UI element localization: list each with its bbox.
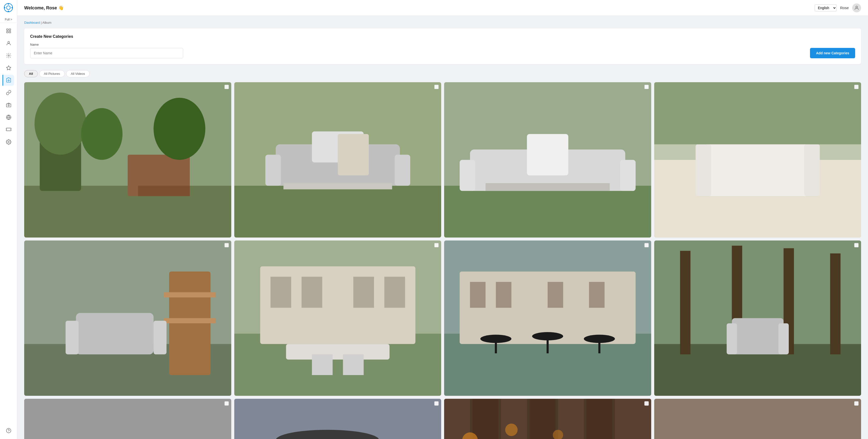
sidebar: Full > xyxy=(0,0,17,439)
form-row: Add new Categories xyxy=(30,48,855,58)
sidebar-item-help[interactable] xyxy=(3,425,14,436)
sidebar-item-link[interactable] xyxy=(3,87,14,98)
create-categories-card: Create New Categories Name Add new Categ… xyxy=(24,28,861,64)
photo-item[interactable] xyxy=(24,399,231,439)
svg-point-27 xyxy=(154,98,206,160)
photo-checkbox[interactable] xyxy=(224,243,229,247)
svg-point-0 xyxy=(4,3,12,12)
svg-rect-42 xyxy=(527,134,568,176)
svg-rect-110 xyxy=(472,399,498,439)
svg-rect-76 xyxy=(495,338,497,353)
svg-rect-49 xyxy=(654,82,861,145)
breadcrumb: Dashboard | Album xyxy=(24,21,861,25)
sidebar-item-dashboard[interactable] xyxy=(3,25,14,36)
photo-checkbox[interactable] xyxy=(854,401,859,406)
svg-rect-35 xyxy=(283,183,392,189)
sidebar-item-user[interactable] xyxy=(3,38,14,49)
sidebar-item-settings[interactable] xyxy=(3,136,14,148)
svg-point-122 xyxy=(505,424,518,436)
photo-checkbox[interactable] xyxy=(224,85,229,89)
svg-rect-67 xyxy=(343,354,364,375)
photo-checkbox[interactable] xyxy=(434,243,439,247)
svg-point-4 xyxy=(4,7,5,8)
sidebar-item-settings2[interactable] xyxy=(3,50,14,61)
svg-marker-12 xyxy=(6,66,11,70)
svg-point-24 xyxy=(35,93,86,155)
sidebar-toggle[interactable]: Full > xyxy=(0,17,17,23)
app-logo[interactable] xyxy=(4,3,13,13)
svg-rect-52 xyxy=(169,272,211,375)
svg-point-10 xyxy=(8,41,9,43)
sidebar-item-camera2[interactable] xyxy=(3,99,14,111)
filter-tabs: All All Pictures All Videos xyxy=(24,70,861,77)
svg-rect-47 xyxy=(695,145,711,196)
svg-rect-56 xyxy=(66,321,79,354)
language-selector[interactable]: English Dutch German xyxy=(815,4,837,11)
svg-rect-57 xyxy=(154,321,166,354)
content-area: Dashboard | Album Create New Categories … xyxy=(17,16,868,439)
svg-point-5 xyxy=(11,7,13,8)
svg-rect-28 xyxy=(138,186,190,196)
add-categories-button[interactable]: Add new Categories xyxy=(810,48,855,58)
photo-item[interactable] xyxy=(444,241,651,396)
svg-rect-124 xyxy=(654,399,861,439)
photo-item[interactable] xyxy=(444,399,651,439)
svg-rect-9 xyxy=(9,31,10,33)
svg-point-11 xyxy=(8,55,9,56)
sidebar-item-ticket[interactable] xyxy=(3,124,14,135)
filter-tab-all[interactable]: All xyxy=(24,70,38,77)
svg-rect-66 xyxy=(312,354,333,375)
photo-item[interactable] xyxy=(24,82,231,238)
svg-rect-89 xyxy=(778,323,789,354)
photo-checkbox[interactable] xyxy=(644,85,649,89)
photo-checkbox[interactable] xyxy=(854,85,859,89)
svg-rect-54 xyxy=(164,318,216,323)
photo-item[interactable] xyxy=(444,82,651,238)
svg-rect-65 xyxy=(286,344,389,359)
photo-checkbox[interactable] xyxy=(434,401,439,406)
svg-rect-63 xyxy=(353,277,374,308)
svg-rect-88 xyxy=(726,323,737,354)
svg-rect-6 xyxy=(6,29,8,30)
filter-tab-videos[interactable]: All Videos xyxy=(66,70,90,77)
page-title: Welcome, Rose 👋 xyxy=(24,5,64,11)
name-input[interactable] xyxy=(30,48,183,58)
svg-rect-30 xyxy=(234,186,441,238)
photo-item[interactable] xyxy=(654,399,861,439)
photo-checkbox[interactable] xyxy=(224,401,229,406)
svg-point-1 xyxy=(6,6,10,9)
svg-rect-71 xyxy=(470,282,486,308)
svg-rect-87 xyxy=(732,318,783,354)
photo-checkbox[interactable] xyxy=(434,85,439,89)
sidebar-item-star[interactable] xyxy=(3,62,14,73)
svg-rect-8 xyxy=(6,31,8,33)
photo-item[interactable] xyxy=(654,82,861,238)
photo-item[interactable] xyxy=(24,241,231,396)
svg-rect-61 xyxy=(270,277,291,308)
photo-item[interactable] xyxy=(234,241,441,396)
svg-rect-109 xyxy=(444,399,470,439)
sidebar-item-globe[interactable] xyxy=(3,112,14,123)
photo-item[interactable] xyxy=(234,82,441,238)
photo-checkbox[interactable] xyxy=(644,243,649,247)
photo-item[interactable] xyxy=(654,241,861,396)
photo-grid xyxy=(24,82,861,439)
avatar[interactable] xyxy=(852,3,861,12)
svg-rect-53 xyxy=(164,292,216,297)
filter-tab-pictures[interactable]: All Pictures xyxy=(39,70,65,77)
svg-rect-48 xyxy=(804,145,819,196)
svg-rect-33 xyxy=(395,155,410,186)
photo-item[interactable] xyxy=(234,399,441,439)
header: Welcome, Rose 👋 English Dutch German Ros… xyxy=(17,0,868,16)
svg-rect-73 xyxy=(548,282,563,308)
photo-checkbox[interactable] xyxy=(854,243,859,247)
photo-checkbox[interactable] xyxy=(644,401,649,406)
svg-rect-62 xyxy=(302,277,322,308)
svg-rect-64 xyxy=(384,277,405,308)
svg-rect-80 xyxy=(598,338,600,353)
sidebar-item-album[interactable] xyxy=(2,75,14,86)
svg-rect-7 xyxy=(9,29,10,30)
svg-rect-32 xyxy=(265,155,281,186)
svg-point-15 xyxy=(8,105,9,106)
breadcrumb-dashboard-link[interactable]: Dashboard xyxy=(24,21,40,25)
